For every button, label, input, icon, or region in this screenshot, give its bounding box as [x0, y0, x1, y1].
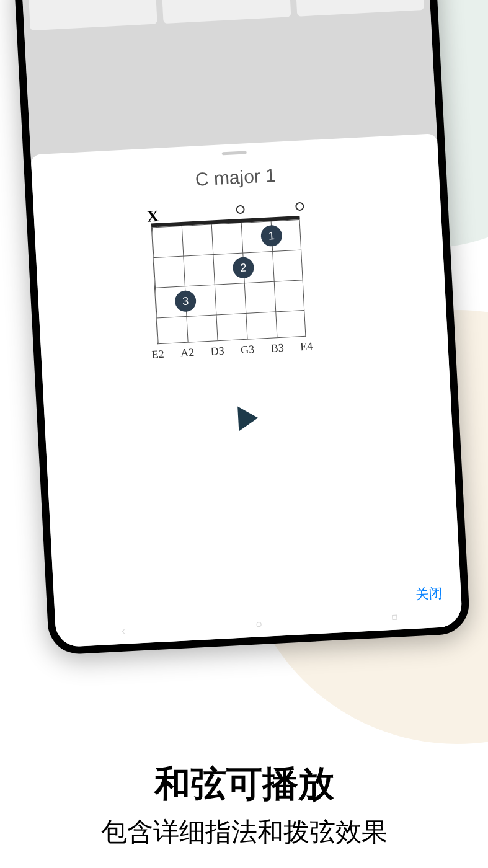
chord-card[interactable]: E2A2D3G3B3E4 — [292, 0, 424, 17]
fretboard: 1 2 3 — [151, 216, 306, 344]
svg-rect-1 — [392, 615, 396, 619]
sheet-handle[interactable] — [222, 151, 247, 155]
finger-label: 2 — [240, 261, 247, 274]
finger-position: 2 — [233, 257, 255, 279]
open-string-icon — [295, 202, 304, 211]
string-label: E4 — [300, 340, 313, 353]
phone-screen: E2A2D3G3B3E4 E2A2D3G3B3E4 E2A2D3G3B3E4 C… — [21, 0, 463, 647]
phone-frame: E2A2D3G3B3E4 E2A2D3G3B3E4 E2A2D3G3B3E4 C… — [13, 0, 471, 655]
chord-detail-title: C major 1 — [32, 156, 439, 198]
finger-position: 3 — [174, 290, 197, 312]
caption-title: 和弦可播放 — [0, 760, 488, 808]
chord-card[interactable]: E2A2D3G3B3E4 — [159, 0, 291, 24]
string-label: B3 — [270, 342, 284, 355]
string-label: G3 — [241, 343, 255, 356]
marketing-caption: 和弦可播放 包含详细指法和拨弦效果 — [0, 760, 488, 849]
string-label: A2 — [180, 346, 195, 360]
close-button[interactable]: 关闭 — [415, 585, 443, 602]
finger-position: 1 — [260, 224, 283, 247]
play-button[interactable] — [237, 405, 259, 432]
open-string-icon — [236, 205, 245, 215]
svg-point-0 — [257, 622, 261, 627]
string-label: E2 — [151, 348, 164, 361]
recents-icon[interactable] — [390, 613, 399, 622]
home-icon[interactable] — [254, 620, 264, 629]
chord-card[interactable]: E2A2D3G3B3E4 — [25, 0, 157, 30]
chord-detail-sheet: C major 1 X 1 2 3 E2 A2 D3 G3 B3 — [30, 133, 463, 647]
finger-label: 3 — [182, 294, 189, 308]
caption-subtitle: 包含详细指法和拨弦效果 — [0, 815, 488, 849]
finger-label: 1 — [268, 229, 275, 242]
string-label: D3 — [210, 345, 224, 358]
chord-diagram: X 1 2 3 E2 A2 D3 G3 B3 E4 — [151, 215, 332, 361]
back-icon[interactable] — [119, 627, 128, 636]
